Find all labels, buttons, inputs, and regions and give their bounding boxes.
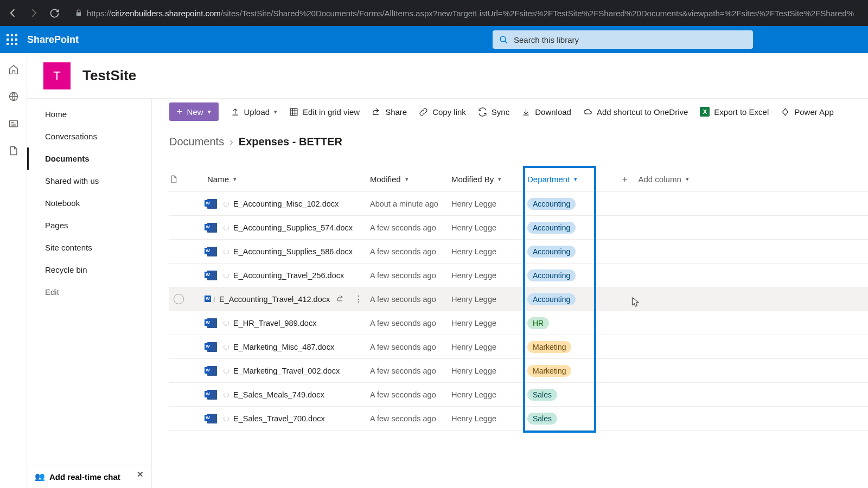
reload-button[interactable] [48, 7, 61, 20]
forward-button[interactable] [27, 7, 40, 20]
lock-icon [75, 9, 82, 17]
browser-toolbar: https://citizenbuilders.sharepoint.com/s… [0, 0, 868, 26]
back-button[interactable] [7, 7, 20, 20]
url-text: https://citizenbuilders.sharepoint.com/s… [87, 9, 854, 18]
app-launcher-icon[interactable] [7, 34, 17, 45]
search-box[interactable] [493, 30, 753, 49]
suite-bar: SharePoint [0, 26, 868, 53]
search-input[interactable] [514, 35, 746, 44]
search-icon [499, 35, 508, 44]
sharepoint-brand[interactable]: SharePoint [27, 34, 79, 46]
svg-point-0 [500, 36, 506, 42]
address-bar[interactable]: https://citizenbuilders.sharepoint.com/s… [68, 4, 861, 22]
